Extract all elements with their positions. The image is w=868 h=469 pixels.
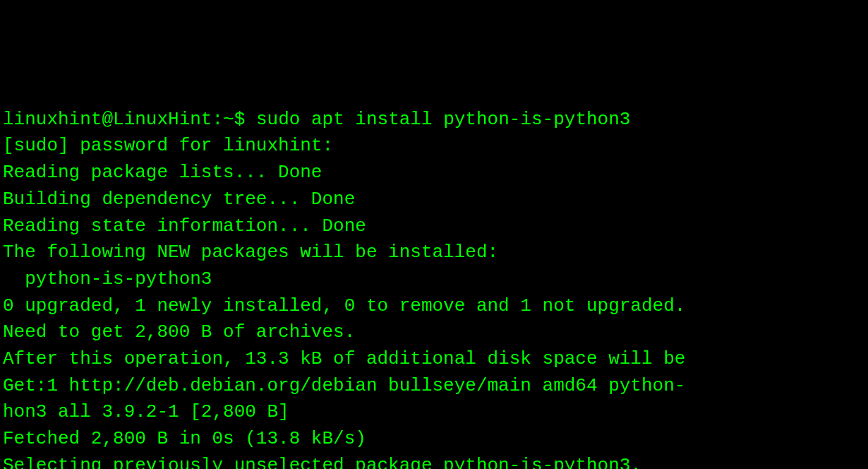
- command-input[interactable]: sudo apt install python-is-python3: [256, 109, 631, 130]
- prompt-dollar: $: [234, 109, 246, 130]
- output-line: Need to get 2,800 B of archives.: [3, 319, 868, 346]
- output-line: The following NEW packages will be insta…: [3, 239, 868, 266]
- output-line: Reading package lists... Done: [3, 160, 868, 186]
- output-line: Fetched 2,800 B in 0s (13.8 kB/s): [3, 426, 868, 453]
- output-line: 0 upgraded, 1 newly installed, 0 to remo…: [3, 293, 868, 320]
- output-line: hon3 all 3.9.2-1 [2,800 B]: [3, 399, 868, 426]
- output-line: [sudo] password for linuxhint:: [3, 133, 868, 160]
- prompt-host: LinuxHint: [113, 109, 212, 130]
- output-line: After this operation, 13.3 kB of additio…: [3, 346, 868, 373]
- prompt-colon: :: [212, 109, 223, 130]
- output-line: Selecting previously unselected package …: [3, 453, 868, 469]
- prompt-user: linuxhint: [3, 109, 102, 130]
- output-line: python-is-python3: [3, 266, 868, 293]
- output-line: Get:1 http://deb.debian.org/debian bulls…: [3, 373, 868, 400]
- prompt-at: @: [102, 109, 113, 130]
- prompt-line: linuxhint@LinuxHint:~$ sudo apt install …: [3, 107, 868, 133]
- prompt-path: ~: [223, 109, 234, 130]
- output-line: Reading state information... Done: [3, 213, 868, 240]
- terminal-window[interactable]: linuxhint@LinuxHint:~$ sudo apt install …: [3, 107, 868, 469]
- output-line: Building dependency tree... Done: [3, 186, 868, 213]
